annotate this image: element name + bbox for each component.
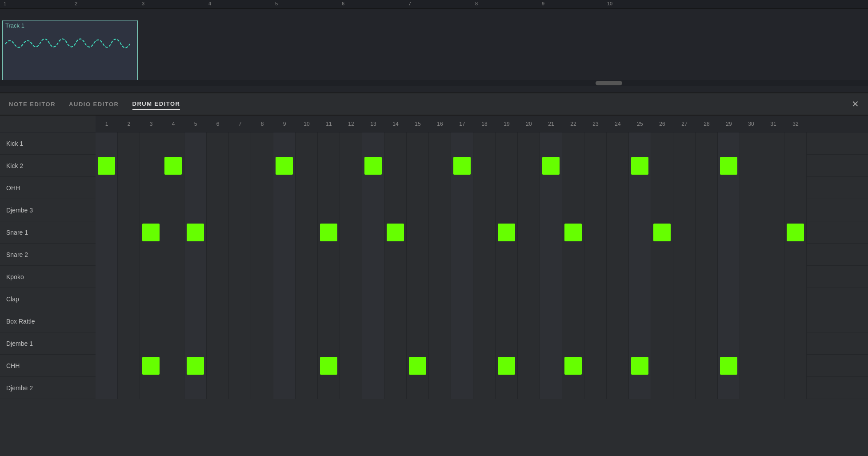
cell-4-30[interactable] xyxy=(740,221,762,244)
cell-7-23[interactable] xyxy=(584,288,607,310)
cell-11-3[interactable] xyxy=(140,377,162,399)
cell-1-15[interactable] xyxy=(407,155,429,177)
cell-1-11[interactable] xyxy=(318,155,340,177)
cell-7-27[interactable] xyxy=(673,288,696,310)
cell-7-16[interactable] xyxy=(429,288,451,310)
cell-3-27[interactable] xyxy=(673,199,696,221)
cell-7-4[interactable] xyxy=(162,288,184,310)
cell-0-16[interactable] xyxy=(429,132,451,155)
cell-4-24[interactable] xyxy=(607,221,629,244)
cell-10-11[interactable] xyxy=(318,355,340,377)
cell-8-27[interactable] xyxy=(673,310,696,332)
cell-0-12[interactable] xyxy=(340,132,362,155)
cell-1-19[interactable] xyxy=(496,155,518,177)
cell-6-8[interactable] xyxy=(251,266,273,288)
cell-1-5[interactable] xyxy=(184,155,207,177)
cell-1-23[interactable] xyxy=(584,155,607,177)
cell-1-26[interactable] xyxy=(651,155,673,177)
cell-8-17[interactable] xyxy=(451,310,473,332)
cell-11-4[interactable] xyxy=(162,377,184,399)
cell-2-19[interactable] xyxy=(496,177,518,199)
cell-4-9[interactable] xyxy=(273,221,296,244)
cell-11-10[interactable] xyxy=(296,377,318,399)
cell-3-13[interactable] xyxy=(362,199,384,221)
cell-8-25[interactable] xyxy=(629,310,651,332)
cell-5-19[interactable] xyxy=(496,244,518,266)
cell-4-11[interactable] xyxy=(318,221,340,244)
cell-10-31[interactable] xyxy=(762,355,784,377)
cell-5-24[interactable] xyxy=(607,244,629,266)
cell-10-18[interactable] xyxy=(473,355,496,377)
cell-4-4[interactable] xyxy=(162,221,184,244)
cell-11-2[interactable] xyxy=(118,377,140,399)
cell-3-1[interactable] xyxy=(96,199,118,221)
cell-5-6[interactable] xyxy=(207,244,229,266)
cell-7-30[interactable] xyxy=(740,288,762,310)
cell-4-29[interactable] xyxy=(718,221,740,244)
cell-10-4[interactable] xyxy=(162,355,184,377)
cell-3-2[interactable] xyxy=(118,199,140,221)
cell-5-23[interactable] xyxy=(584,244,607,266)
cell-4-8[interactable] xyxy=(251,221,273,244)
cell-3-4[interactable] xyxy=(162,199,184,221)
cell-6-27[interactable] xyxy=(673,266,696,288)
cell-11-1[interactable] xyxy=(96,377,118,399)
cell-7-10[interactable] xyxy=(296,288,318,310)
cell-6-15[interactable] xyxy=(407,266,429,288)
cell-8-1[interactable] xyxy=(96,310,118,332)
cell-6-28[interactable] xyxy=(696,266,718,288)
cell-7-12[interactable] xyxy=(340,288,362,310)
cell-9-2[interactable] xyxy=(118,332,140,355)
cell-2-29[interactable] xyxy=(718,177,740,199)
cell-3-29[interactable] xyxy=(718,199,740,221)
cell-8-7[interactable] xyxy=(229,310,251,332)
cell-9-7[interactable] xyxy=(229,332,251,355)
cell-8-15[interactable] xyxy=(407,310,429,332)
cell-8-21[interactable] xyxy=(540,310,562,332)
cell-4-14[interactable] xyxy=(384,221,407,244)
cell-4-25[interactable] xyxy=(629,221,651,244)
cell-10-15[interactable] xyxy=(407,355,429,377)
cell-9-17[interactable] xyxy=(451,332,473,355)
cell-1-25[interactable] xyxy=(629,155,651,177)
cell-11-29[interactable] xyxy=(718,377,740,399)
cell-3-6[interactable] xyxy=(207,199,229,221)
cell-9-4[interactable] xyxy=(162,332,184,355)
cell-0-10[interactable] xyxy=(296,132,318,155)
cell-2-3[interactable] xyxy=(140,177,162,199)
cell-7-7[interactable] xyxy=(229,288,251,310)
cell-0-23[interactable] xyxy=(584,132,607,155)
cell-6-4[interactable] xyxy=(162,266,184,288)
cell-3-31[interactable] xyxy=(762,199,784,221)
cell-1-29[interactable] xyxy=(718,155,740,177)
cell-6-23[interactable] xyxy=(584,266,607,288)
cell-5-22[interactable] xyxy=(562,244,584,266)
cell-10-13[interactable] xyxy=(362,355,384,377)
cell-0-32[interactable] xyxy=(784,132,807,155)
cell-0-31[interactable] xyxy=(762,132,784,155)
cell-7-13[interactable] xyxy=(362,288,384,310)
cell-7-6[interactable] xyxy=(207,288,229,310)
cell-0-22[interactable] xyxy=(562,132,584,155)
cell-6-6[interactable] xyxy=(207,266,229,288)
cell-9-31[interactable] xyxy=(762,332,784,355)
cell-2-27[interactable] xyxy=(673,177,696,199)
cell-6-14[interactable] xyxy=(384,266,407,288)
cell-10-12[interactable] xyxy=(340,355,362,377)
cell-9-20[interactable] xyxy=(518,332,540,355)
cell-0-26[interactable] xyxy=(651,132,673,155)
cell-4-12[interactable] xyxy=(340,221,362,244)
tab-drum-editor[interactable]: DRUM EDITOR xyxy=(132,99,180,110)
cell-10-5[interactable] xyxy=(184,355,207,377)
cell-9-6[interactable] xyxy=(207,332,229,355)
cell-11-15[interactable] xyxy=(407,377,429,399)
cell-5-13[interactable] xyxy=(362,244,384,266)
cell-5-7[interactable] xyxy=(229,244,251,266)
cell-6-31[interactable] xyxy=(762,266,784,288)
cell-5-4[interactable] xyxy=(162,244,184,266)
cell-5-14[interactable] xyxy=(384,244,407,266)
cell-0-27[interactable] xyxy=(673,132,696,155)
cell-10-28[interactable] xyxy=(696,355,718,377)
cell-0-24[interactable] xyxy=(607,132,629,155)
cell-5-32[interactable] xyxy=(784,244,807,266)
